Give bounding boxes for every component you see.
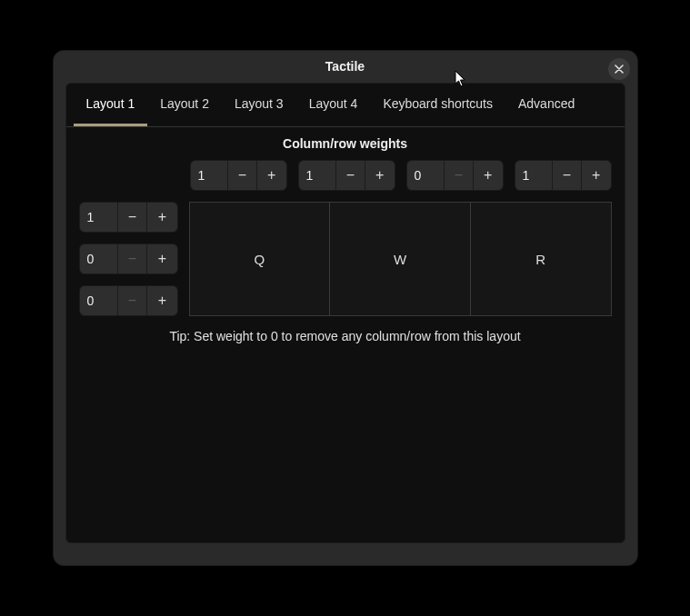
row-weight-decrement-button: − (118, 244, 147, 273)
row-weight-spin-0: 1−+ (79, 202, 178, 233)
minus-icon: − (128, 251, 136, 267)
dialog-window: Tactile Layout 1Layout 2Layout 3Layout 4… (53, 50, 638, 566)
row-weight-spin-1: 0−+ (79, 243, 178, 274)
tab-keyboard-shortcuts[interactable]: Keyboard shortcuts (370, 84, 505, 126)
column-weight-spin-0: 1−+ (190, 160, 287, 191)
column-weight-decrement-button[interactable]: − (553, 161, 582, 190)
column-weight-value[interactable]: 0 (407, 161, 445, 190)
row-weights-column: 1−+0−+0−+ (79, 202, 178, 316)
tab-layout-4[interactable]: Layout 4 (296, 84, 371, 126)
row-weight-decrement-button[interactable]: − (118, 203, 147, 232)
column-weight-spin-2: 0−+ (406, 160, 504, 191)
plus-icon: + (158, 293, 166, 309)
column-weights-row: 1−+1−+0−+1−+ (190, 160, 612, 191)
column-weight-decrement-button[interactable]: − (336, 161, 365, 190)
tab-label: Layout 1 (86, 96, 135, 111)
cell-label: R (535, 252, 545, 267)
hint-text: Tip: Set weight to 0 to remove any colum… (79, 329, 612, 343)
row-weight-value[interactable]: 1 (80, 203, 118, 232)
tab-label: Keyboard shortcuts (383, 96, 493, 111)
layout-cell-w: W (330, 203, 471, 315)
layout-cell-q: Q (190, 203, 331, 315)
cell-label: W (394, 252, 406, 267)
row-weight-increment-button[interactable]: + (147, 244, 176, 273)
layout-cell-r: R (471, 203, 611, 315)
content-panel: Layout 1Layout 2Layout 3Layout 4Keyboard… (65, 83, 625, 543)
minus-icon: − (455, 167, 463, 184)
section-title: Column/row weights (79, 136, 612, 151)
column-weight-decrement-button: − (445, 161, 474, 190)
plus-icon: + (158, 251, 166, 267)
column-weight-increment-button[interactable]: + (365, 161, 395, 190)
row-weight-spin-2: 0−+ (79, 285, 178, 316)
plus-icon: + (484, 167, 492, 184)
plus-icon: + (267, 167, 275, 184)
titlebar: Tactile (54, 51, 637, 81)
tab-bar: Layout 1Layout 2Layout 3Layout 4Keyboard… (66, 84, 625, 127)
minus-icon: − (128, 209, 136, 225)
main-row: 1−+0−+0−+ QWR (79, 202, 612, 316)
column-weight-decrement-button[interactable]: − (228, 161, 257, 190)
cell-label: Q (255, 252, 265, 267)
column-weight-spin-1: 1−+ (298, 160, 395, 191)
tab-layout-2[interactable]: Layout 2 (147, 84, 222, 126)
row-weight-increment-button[interactable]: + (147, 203, 176, 232)
column-weight-value[interactable]: 1 (191, 161, 229, 190)
row-weight-decrement-button: − (118, 286, 147, 315)
tab-layout-1[interactable]: Layout 1 (74, 84, 148, 126)
column-weight-increment-button[interactable]: + (257, 161, 286, 190)
tab-label: Advanced (518, 96, 575, 111)
minus-icon: − (346, 167, 355, 184)
column-weight-increment-button[interactable]: + (582, 161, 611, 190)
tab-advanced[interactable]: Advanced (505, 84, 587, 126)
column-weight-increment-button[interactable]: + (474, 161, 503, 190)
window-title: Tactile (325, 59, 365, 74)
row-weight-value[interactable]: 0 (80, 244, 118, 273)
row-weight-value[interactable]: 0 (80, 286, 118, 315)
minus-icon: − (563, 167, 571, 184)
tab-content: Column/row weights 1−+1−+0−+1−+ 1−+0−+0−… (66, 127, 625, 542)
tab-label: Layout 3 (235, 96, 284, 111)
column-weight-value[interactable]: 1 (299, 161, 337, 190)
close-button[interactable] (608, 58, 630, 80)
layout-preview-grid: QWR (189, 202, 612, 316)
row-weight-increment-button[interactable]: + (147, 286, 176, 315)
minus-icon: − (128, 293, 136, 309)
plus-icon: + (375, 167, 384, 184)
minus-icon: − (238, 167, 246, 184)
tab-label: Layout 4 (309, 96, 358, 111)
tab-layout-3[interactable]: Layout 3 (222, 84, 296, 126)
column-weight-spin-3: 1−+ (515, 160, 612, 191)
tab-label: Layout 2 (160, 96, 209, 111)
plus-icon: + (158, 209, 166, 225)
plus-icon: + (592, 167, 600, 184)
column-weight-value[interactable]: 1 (515, 161, 554, 190)
close-icon (615, 62, 624, 76)
weights-grid: 1−+1−+0−+1−+ 1−+0−+0−+ QWR (79, 160, 612, 316)
